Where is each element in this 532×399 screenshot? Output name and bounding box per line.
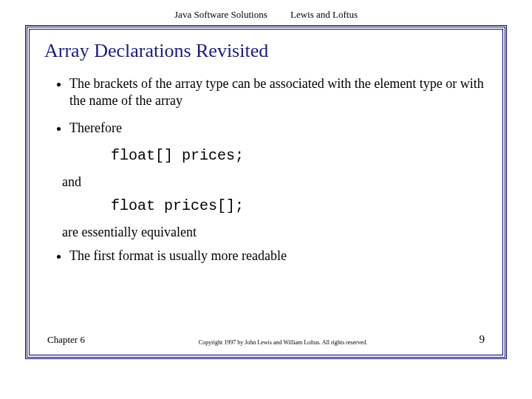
code-sample-2: float prices[]; (111, 197, 488, 214)
bullet-list-2: The first format is usually more readabl… (44, 248, 488, 265)
text-equivalent: are essentially equivalent (62, 225, 488, 240)
slide-frame-outer: Array Declarations Revisited The bracket… (25, 25, 507, 359)
code-sample-1: float[] prices; (111, 147, 488, 164)
authors: Lewis and Loftus (290, 9, 358, 21)
page-number: 9 (467, 333, 485, 346)
book-title: Java Software Solutions (174, 9, 267, 21)
header: Java Software Solutions Lewis and Loftus (0, 0, 532, 25)
slide-frame-inner: Array Declarations Revisited The bracket… (29, 29, 503, 355)
bullet-list: The brackets of the array type can be as… (44, 75, 488, 137)
bullet-1: The brackets of the array type can be as… (69, 75, 488, 109)
text-and: and (62, 174, 488, 190)
copyright: Copyright 1997 by John Lewis and William… (99, 339, 467, 346)
slide-title: Array Declarations Revisited (44, 40, 488, 62)
chapter-label: Chapter 6 (47, 334, 99, 346)
bullet-3: The first format is usually more readabl… (69, 248, 488, 265)
footer: Chapter 6 Copyright 1997 by John Lewis a… (47, 333, 485, 346)
bullet-2: Therefore (69, 120, 488, 137)
